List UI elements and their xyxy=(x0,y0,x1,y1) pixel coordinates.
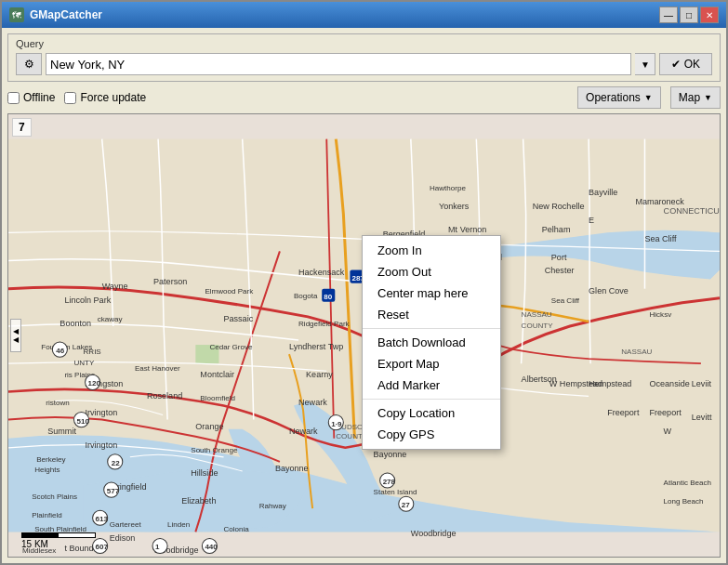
svg-text:Chester: Chester xyxy=(545,266,575,275)
ok-button[interactable]: ✔ OK xyxy=(659,53,712,75)
title-bar-left: 🗺 GMapCatcher xyxy=(9,7,102,22)
svg-text:Staten Island: Staten Island xyxy=(374,488,417,496)
context-menu-zoom-out[interactable]: Zoom Out xyxy=(363,261,500,282)
context-menu-center-map[interactable]: Center map here xyxy=(363,282,500,304)
operations-label: Operations xyxy=(586,91,641,104)
operations-dropdown-arrow: ▼ xyxy=(644,93,653,102)
svg-text:Pelham: Pelham xyxy=(542,225,571,234)
svg-text:440: 440 xyxy=(205,544,218,552)
scale-bar-white xyxy=(59,532,96,538)
scroll-left-handle[interactable]: ◀◀ xyxy=(10,319,21,352)
svg-text:Summit: Summit xyxy=(47,427,76,436)
svg-text:Edison: Edison xyxy=(110,533,136,543)
app-icon: 🗺 xyxy=(9,7,24,22)
location-dropdown-button[interactable]: ▼ xyxy=(635,53,655,75)
map-dropdown-group: Map ▼ xyxy=(670,86,721,109)
offline-checkbox-label[interactable]: Offline xyxy=(7,91,55,104)
svg-text:Orange: Orange xyxy=(195,422,223,431)
svg-text:607: 607 xyxy=(96,544,109,552)
context-menu-add-marker[interactable]: Add Marker xyxy=(363,374,500,396)
map-button[interactable]: Map ▼ xyxy=(670,86,721,109)
title-bar: 🗺 GMapCatcher — □ ✕ xyxy=(2,2,726,28)
svg-text:1·9: 1·9 xyxy=(331,420,342,428)
svg-text:Port: Port xyxy=(551,253,567,262)
svg-text:Bayonne: Bayonne xyxy=(275,464,309,473)
svg-text:Sea Cliff: Sea Cliff xyxy=(551,296,580,305)
svg-text:NASSAU: NASSAU xyxy=(621,348,652,356)
force-update-label: Force update xyxy=(80,91,146,104)
svg-text:80: 80 xyxy=(324,293,332,301)
context-menu-batch-download[interactable]: Batch Download xyxy=(363,332,500,353)
svg-text:Yonkers: Yonkers xyxy=(439,202,470,211)
svg-text:577: 577 xyxy=(107,487,120,495)
minimize-button[interactable]: — xyxy=(659,7,678,23)
svg-text:UNTY: UNTY xyxy=(73,359,95,367)
svg-text:New Rochelle: New Rochelle xyxy=(533,202,585,211)
svg-text:Cedar Grove: Cedar Grove xyxy=(209,343,253,351)
context-menu-copy-location[interactable]: Copy Location xyxy=(363,402,500,424)
svg-text:Elizabeth: Elizabeth xyxy=(181,496,216,506)
content-area: Query ⚙ ▼ ✔ OK Offline Force update Oper… xyxy=(2,28,726,563)
context-menu-separator-2 xyxy=(363,399,500,400)
query-icon-button[interactable]: ⚙ xyxy=(16,53,42,75)
svg-text:Passaic: Passaic xyxy=(224,314,254,323)
main-window: 🗺 GMapCatcher — □ ✕ Query ⚙ ▼ ✔ OK Offli… xyxy=(0,0,728,565)
svg-text:Hawthorpe: Hawthorpe xyxy=(430,184,466,192)
svg-text:Berkeley: Berkeley xyxy=(36,455,65,464)
close-button[interactable]: ✕ xyxy=(700,7,719,23)
svg-text:Hillside: Hillside xyxy=(191,468,218,478)
zoom-level: 7 xyxy=(19,121,25,134)
svg-text:Plainfield: Plainfield xyxy=(32,511,62,519)
svg-text:Hempstead: Hempstead xyxy=(589,379,631,388)
operations-dropdown-group: Operations ▼ xyxy=(577,86,661,109)
svg-text:46: 46 xyxy=(56,347,64,355)
query-section: Query ⚙ ▼ ✔ OK xyxy=(7,33,721,82)
context-menu: Zoom In Zoom Out Center map here Reset B… xyxy=(362,235,501,450)
force-update-checkbox[interactable] xyxy=(64,92,76,104)
operations-button[interactable]: Operations ▼ xyxy=(577,86,661,109)
svg-text:W: W xyxy=(664,427,672,436)
svg-text:Rahway: Rahway xyxy=(259,502,286,510)
svg-text:Gartereet: Gartereet xyxy=(110,520,142,529)
svg-text:Kearny: Kearny xyxy=(306,370,333,379)
force-update-checkbox-label[interactable]: Force update xyxy=(64,91,146,104)
scale-bar-line xyxy=(21,529,96,538)
map-container[interactable]: Lincoln Park Boonton Fountain Lakes ris … xyxy=(7,113,721,558)
context-menu-export-map[interactable]: Export Map xyxy=(363,353,500,374)
svg-text:Newark: Newark xyxy=(289,427,318,436)
svg-text:ckaway: ckaway xyxy=(98,315,123,323)
svg-text:Mamaroneck: Mamaroneck xyxy=(635,197,684,206)
svg-text:Colonia: Colonia xyxy=(224,525,250,533)
svg-text:1: 1 xyxy=(155,544,160,552)
context-menu-copy-gps[interactable]: Copy GPS xyxy=(363,424,500,445)
offline-label: Offline xyxy=(23,91,55,104)
context-menu-reset[interactable]: Reset xyxy=(363,304,500,325)
map-dropdown-arrow: ▼ xyxy=(704,93,712,102)
svg-text:Newark: Newark xyxy=(298,398,327,407)
svg-text:Glen Cove: Glen Cove xyxy=(589,286,629,296)
svg-text:Freeport: Freeport xyxy=(607,408,640,417)
context-menu-zoom-in[interactable]: Zoom In xyxy=(363,240,500,261)
map-label: Map xyxy=(679,91,700,104)
svg-text:South Orange: South Orange xyxy=(191,446,238,454)
svg-text:Roseland: Roseland xyxy=(147,391,182,401)
svg-text:Linden: Linden xyxy=(167,520,190,529)
scale-bar-black xyxy=(21,532,59,538)
location-input[interactable] xyxy=(46,53,631,75)
svg-text:27: 27 xyxy=(402,501,410,509)
svg-text:CONNECTICUT: CONNECTICUT xyxy=(664,206,720,216)
offline-checkbox[interactable] xyxy=(7,92,20,104)
svg-text:613: 613 xyxy=(96,515,109,523)
svg-text:Bloomfield: Bloomfield xyxy=(200,394,235,402)
svg-text:278: 278 xyxy=(383,478,396,486)
svg-text:COUNTY: COUNTY xyxy=(522,322,554,330)
svg-text:Leviit: Leviit xyxy=(692,379,712,388)
svg-text:Montclair: Montclair xyxy=(200,370,234,379)
svg-text:NASSAU: NASSAU xyxy=(522,310,552,319)
maximize-button[interactable]: □ xyxy=(680,7,698,23)
svg-text:Mt Vernon: Mt Vernon xyxy=(448,225,486,234)
svg-text:Lyndherst Twp: Lyndherst Twp xyxy=(289,342,343,351)
svg-text:22: 22 xyxy=(112,459,120,467)
query-label: Query xyxy=(16,38,712,49)
svg-text:E: E xyxy=(589,216,594,225)
